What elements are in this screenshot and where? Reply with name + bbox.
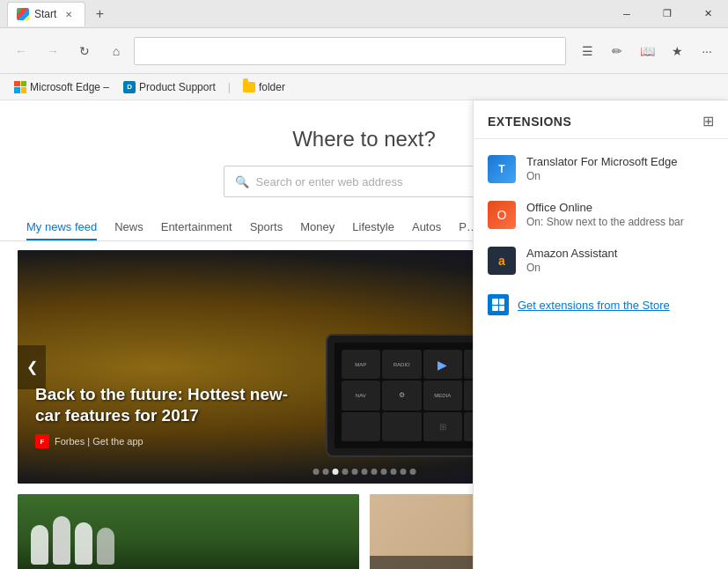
favorites-icon-button[interactable]: ★ [663, 37, 691, 65]
favbar: Microsoft Edge – D Product Support | fol… [0, 74, 728, 100]
dot-4[interactable] [351, 469, 357, 475]
tab-entertainment[interactable]: Entertainment [161, 215, 232, 240]
fav-dell-label: Product Support [139, 81, 216, 93]
store-link-text[interactable]: Get extensions from the Store [518, 299, 670, 312]
hero-source-icon: F [35, 434, 49, 448]
hero-caption: Back to the future: Hottest new-car feat… [35, 384, 299, 448]
tab-sports[interactable]: Sports [250, 215, 283, 240]
extensions-header: EXTENSIONS ⊞ [474, 100, 728, 139]
tablet-btn-6: ⚙ [382, 381, 422, 410]
tablet-btn-11: ⊞ [423, 412, 463, 441]
dot-3[interactable] [342, 469, 348, 475]
tab-close-button[interactable]: ✕ [62, 7, 76, 21]
restore-button[interactable]: ❐ [647, 0, 688, 28]
minimize-button[interactable]: ─ [607, 0, 647, 28]
hero-prev-button[interactable]: ❮ [18, 345, 46, 389]
extensions-pin-button[interactable]: ⊞ [702, 113, 714, 129]
office-status: On: Show next to the address bar [526, 216, 714, 228]
dell-icon: D [123, 81, 136, 93]
fav-item-dell[interactable]: D Product Support [120, 79, 219, 95]
amazon-info: Amazon Assistant On [526, 247, 714, 274]
card-1-image [18, 494, 359, 569]
dot-2[interactable] [332, 469, 338, 475]
dot-10[interactable] [409, 469, 415, 475]
amazon-name: Amazon Assistant [526, 247, 714, 260]
dot-5[interactable] [361, 469, 367, 475]
translator-info: Translator For Microsoft Edge On [526, 155, 714, 182]
tablet-btn-3: ▶ [423, 350, 463, 379]
favbar-separator: | [228, 81, 231, 93]
active-tab[interactable]: Start ✕ [7, 2, 85, 26]
translator-name: Translator For Microsoft Edge [526, 155, 714, 168]
office-name: Office Online [526, 201, 714, 214]
tab-autos[interactable]: Autos [412, 215, 441, 240]
store-icon-grid [492, 299, 504, 311]
window-controls: ─ ❐ ✕ [607, 0, 728, 28]
hero-title: Back to the future: Hottest new-car feat… [35, 384, 299, 427]
dot-6[interactable] [371, 469, 377, 475]
ms-edge-icon [14, 81, 26, 93]
dot-8[interactable] [390, 469, 396, 475]
tablet-btn-10 [382, 412, 422, 441]
extension-item-office[interactable]: O Office Online On: Show next to the add… [474, 192, 728, 238]
tab-favicon [17, 8, 29, 20]
extensions-list: T Translator For Microsoft Edge On O Off… [474, 139, 728, 569]
tab-money[interactable]: Money [300, 215, 335, 240]
tab-area: Start ✕ + [7, 0, 112, 27]
navbar: ← → ↻ ⌂ ☰ ✏ 📖 ★ ··· [0, 28, 728, 74]
refresh-button[interactable]: ↻ [70, 37, 99, 65]
tablet-btn-2: RADIO [382, 350, 422, 379]
home-button[interactable]: ⌂ [102, 37, 130, 65]
toolbar-icons: ☰ ✏ 📖 ★ ··· [573, 37, 721, 65]
tablet-btn-5: NAV [342, 381, 381, 410]
address-bar[interactable] [134, 37, 566, 65]
store-icon [488, 294, 509, 315]
tablet-btn-7: MEDIA [423, 381, 463, 410]
fav-ms-edge-label: Microsoft Edge – [30, 81, 109, 93]
tab-news[interactable]: News [114, 215, 143, 240]
web-notes-icon-button[interactable]: ✏ [603, 37, 631, 65]
dot-1[interactable] [322, 469, 328, 475]
tab-lifestyle[interactable]: Lifestyle [352, 215, 394, 240]
extensions-title: EXTENSIONS [488, 115, 571, 129]
hero-source: F Forbes | Get the app [35, 434, 299, 448]
extension-item-amazon[interactable]: a Amazon Assistant On [474, 238, 728, 284]
fav-item-folder[interactable]: folder [239, 79, 289, 95]
dot-0[interactable] [313, 469, 319, 475]
tab-title: Start [34, 8, 56, 20]
extensions-panel: EXTENSIONS ⊞ T Translator For Microsoft … [473, 100, 728, 569]
dot-9[interactable] [400, 469, 406, 475]
folder-icon [243, 82, 255, 92]
tablet-btn-1: MAP [342, 350, 381, 379]
get-extensions-link[interactable]: Get extensions from the Store [474, 284, 728, 326]
new-tab-button[interactable]: + [87, 2, 112, 26]
close-button[interactable]: ✕ [688, 0, 728, 28]
translator-status: On [526, 170, 714, 182]
fav-item-ms-edge[interactable]: Microsoft Edge – [11, 79, 113, 95]
reading-view-icon-button[interactable]: 📖 [633, 37, 661, 65]
fav-folder-label: folder [259, 81, 285, 93]
translator-icon: T [488, 155, 516, 183]
main-area: Where to next? 🔍 Search or enter web add… [0, 100, 728, 569]
tablet-btn-9 [342, 412, 381, 441]
office-info: Office Online On: Show next to the addre… [526, 201, 714, 228]
forward-button[interactable]: → [39, 37, 67, 65]
amazon-status: On [526, 262, 714, 274]
hub-icon-button[interactable]: ☰ [573, 37, 601, 65]
tab-my-news-feed[interactable]: My news feed [26, 215, 97, 240]
search-box[interactable]: 🔍 Search or enter web address [224, 166, 505, 197]
more-options-button[interactable]: ··· [693, 37, 721, 65]
search-icon: 🔍 [235, 175, 249, 188]
search-placeholder: Search or enter web address [256, 175, 403, 188]
hero-source-label: Forbes | Get the app [55, 436, 143, 447]
hero-dots [313, 469, 415, 475]
back-button[interactable]: ← [7, 37, 35, 65]
dot-7[interactable] [380, 469, 386, 475]
card-1[interactable] [18, 494, 359, 569]
titlebar: Start ✕ + ─ ❐ ✕ [0, 0, 728, 28]
amazon-icon: a [488, 247, 516, 275]
office-icon: O [488, 201, 516, 229]
extension-item-translator[interactable]: T Translator For Microsoft Edge On [474, 146, 728, 192]
